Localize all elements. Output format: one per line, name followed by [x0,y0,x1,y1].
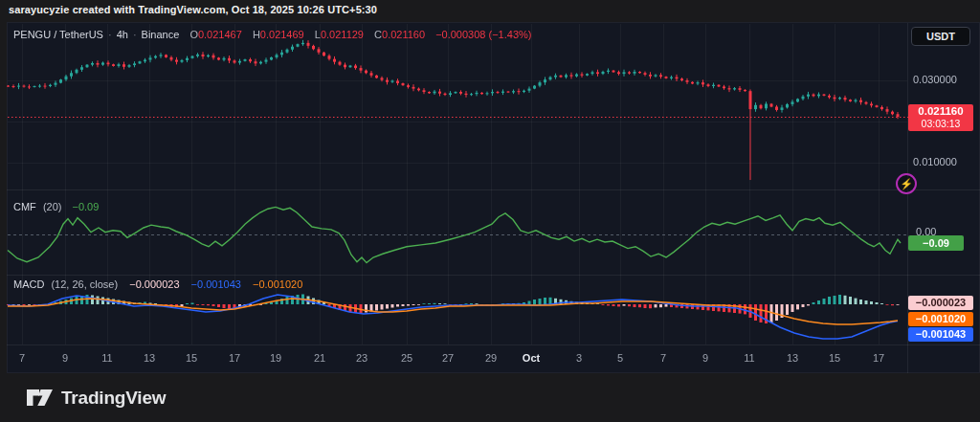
time-label: 13 [787,352,798,364]
time-axis[interactable]: 7911131517192123252729Oct357911131517 [0,352,980,371]
time-label: 13 [144,352,155,364]
time-label: 23 [356,352,368,364]
time-label: 29 [485,352,497,364]
time-label: 15 [186,352,197,364]
macd-hist-value: −0.000023 [129,278,179,290]
interval-label: 4h [117,29,128,40]
time-label: 7 [660,352,666,364]
open-label: O [189,29,198,40]
cmf-legend[interactable]: CMF (20) −0.09 [13,201,99,212]
legend-separator: · [133,29,137,40]
time-label: 27 [442,352,454,364]
footer-bar: TradingView [0,373,980,422]
legend-separator: · [108,29,112,40]
macd-signal-badge: −0.001020 [908,312,973,326]
price-axis-label: 0.010000 [913,156,974,167]
tradingview-snapshot: sarayucyzie created with TradingView.com… [0,0,980,422]
cmf-title: CMF [13,201,36,212]
time-label: 7 [19,352,25,364]
cmf-value-badge: −0.09 [908,235,964,251]
time-label: 15 [829,352,840,364]
last-price-value: 0.021160 [908,105,973,118]
change-value: −0.000308 (−1.43%) [435,29,531,40]
flash-icon[interactable]: ⚡ [896,173,917,194]
time-label: 17 [873,352,884,364]
attribution-text: sarayucyzie created with TradingView.com… [9,4,377,15]
macd-signal-value: −0.001020 [253,278,302,290]
close-label: C [374,29,382,40]
time-label: 17 [229,352,240,364]
brand-name: TradingView [61,388,166,409]
time-label: 21 [314,352,325,364]
low-value: 0.021129 [321,29,364,40]
price-axis-label: 0.030000 [913,74,974,85]
macd-hist-badge: −0.000023 [908,296,973,310]
cmf-value: −0.09 [73,201,100,212]
open-value: 0.021467 [198,29,242,40]
macd-title: MACD [13,278,44,290]
time-label: 9 [62,352,68,364]
macd-params: (12, 26, close) [51,278,118,290]
time-label: 9 [702,352,708,364]
symbol-legend[interactable]: PENGU / TetherUS·4h·Binance O0.021467 H0… [13,29,531,40]
macd-legend[interactable]: MACD (12, 26, close) −0.000023 −0.001043… [13,278,302,290]
time-label: 19 [270,352,281,364]
high-value: 0.021469 [260,29,304,40]
time-label-month: Oct [523,352,540,364]
time-label: 3 [576,352,582,364]
brand-mark-icon [27,389,53,406]
bar-countdown: 03:03:13 [908,118,973,130]
cmf-params: (20) [43,201,62,212]
high-label: H [253,29,260,40]
tradingview-logo[interactable]: TradingView [27,388,166,409]
time-label: 5 [617,352,623,364]
symbol-title: PENGU / TetherUS [13,29,103,40]
attribution-bar: sarayucyzie created with TradingView.com… [0,0,980,20]
macd-line-badge: −0.001043 [908,327,973,342]
currency-button[interactable]: USDT [911,27,970,46]
close-value: 0.021160 [382,29,425,40]
time-label: 11 [744,352,754,364]
last-price-badge: 0.021160 03:03:13 [908,104,973,131]
macd-line-value: −0.001043 [191,278,241,290]
time-label: 11 [101,352,112,364]
exchange-label: Binance [142,29,180,40]
time-label: 25 [401,352,412,364]
